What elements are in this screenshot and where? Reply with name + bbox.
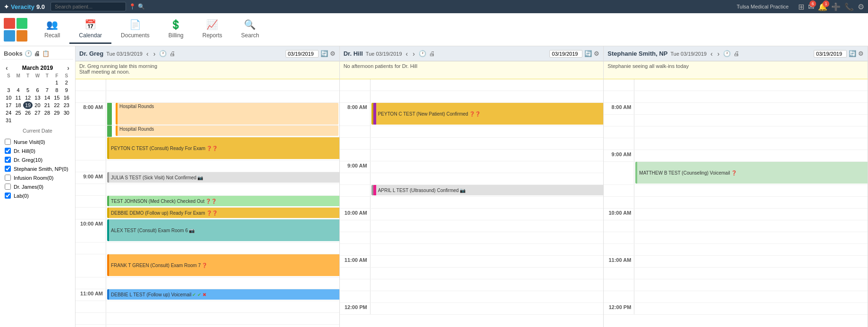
clock-icon-stephanie[interactable]: 🕐 [723,50,731,57]
appointment-area[interactable] [371,232,604,243]
cal-refresh-icon-dr_hill[interactable]: 🔄 [584,50,592,57]
clock-icon-dr_hill[interactable]: 🕐 [419,50,426,57]
cal-settings-icon-stephanie[interactable]: ⚙ [858,50,864,57]
cal-day-cell[interactable]: 7 [42,86,52,94]
appointment-area[interactable] [106,313,339,324]
appointment[interactable]: DEBBIE L TEST (Follow up) Voicemail ✔ ✔ … [107,289,339,300]
cal-day-cell[interactable]: 16 [62,94,71,101]
appointment-area[interactable] [106,160,339,172]
cal-day-cell[interactable]: 27 [33,109,42,117]
filter-stephanie[interactable]: Stephanie Smith, NP(0) [4,164,71,173]
cal-settings-icon-dr_hill[interactable]: ⚙ [594,50,599,57]
cal-day-cell[interactable]: 19 [23,101,33,109]
appointment[interactable]: TEST JOHNSON (Med Check) Checked Out ❓❓ [107,196,339,206]
filter-checkbox-lab[interactable] [5,193,11,199]
filter-checkbox-infusion[interactable] [5,175,11,181]
appointment-area[interactable] [634,244,868,255]
search-location-icon[interactable]: 📍 [129,3,136,10]
appointment-area[interactable] [634,185,868,196]
mini-cal-header[interactable]: ‹ March 2019 › [4,63,71,73]
clock-icon-dr_greg[interactable]: 🕐 [159,50,167,57]
appointment-area[interactable] [371,161,604,173]
cal-day-cell[interactable]: 9 [62,86,71,94]
filter-checkbox-dr_greg[interactable] [5,157,11,163]
appointment[interactable]: JULIA S TEST (Sick Visit) Not Confirmed … [107,172,339,183]
cal-day-cell[interactable]: 23 [62,101,71,109]
cal-day-cell[interactable]: 12 [23,94,33,101]
appointment-area[interactable] [371,173,604,184]
appointment-area[interactable] [634,232,868,243]
appointment-area[interactable] [371,91,604,102]
cal-day-cell[interactable]: 2 [62,79,71,86]
cal-day-cell[interactable]: 11 [13,94,23,101]
print-icon[interactable]: 🖨 [34,50,40,57]
nav-reports[interactable]: 📈 Reports [193,15,232,44]
appointment[interactable]: FRANK T GREEN (Consult) Exam Room 7 ❓ [107,254,339,276]
appointment-area[interactable] [106,184,339,195]
cal-prev-arrow[interactable]: ‹ [6,64,8,72]
appointment-area[interactable] [106,91,339,102]
appointment-area[interactable] [106,325,339,327]
appointment-area[interactable] [634,220,868,232]
appointment-area[interactable] [634,91,868,102]
cal-left-arrow-stephanie[interactable]: ‹ [709,50,714,58]
search-icon-top[interactable]: 🔍 [138,3,145,10]
appointment[interactable]: MATTHEW B TEST (Counseling) Voicemail ❓ [635,162,868,184]
appointment-area[interactable] [634,138,868,150]
appointment-area[interactable]: PEYTON C TEST (Consult) Ready For Exam ❓… [106,137,339,160]
appointment-area[interactable] [634,291,868,302]
messages-icon-wrapper[interactable]: ✉ 6 [808,2,814,11]
appointment-area[interactable]: PEYTON C TEST (New Patient) Confirmed ❓❓ [371,103,604,126]
appointment-area[interactable] [371,220,604,232]
nav-recall[interactable]: 👥 Recall [35,15,69,44]
appointment[interactable]: PEYTON C TEST (Consult) Ready For Exam ❓… [107,137,339,159]
appointment-area[interactable] [371,256,604,267]
filter-lab[interactable]: Lab(0) [4,191,71,200]
appointment-area[interactable] [634,150,868,161]
hospital-rounds-appt[interactable]: Hospital Rounds [116,126,338,136]
filter-dr_james[interactable]: Dr. James(0) [4,182,71,191]
cal-day-cell[interactable]: 6 [33,86,42,94]
appointment-area[interactable] [371,138,604,149]
date-input-dr_greg[interactable] [286,50,319,58]
appointment-area[interactable]: ALEX TEST (Consult) Exam Room 6 📷 [106,219,339,242]
filter-checkbox-dr_james[interactable] [5,184,11,190]
appointment-area[interactable]: DEBBIE L TEST (Follow up) Voicemail ✔ ✔ … [106,289,339,301]
nav-billing[interactable]: 💲 Billing [159,15,193,44]
phone-icon[interactable]: 📞 [844,2,854,11]
appointment-area[interactable] [371,150,604,161]
appointment[interactable]: APRIL L TEST (Ultrasound) Confirmed 📷 [371,185,604,195]
date-input-stephanie[interactable] [814,50,847,58]
cal-day-cell[interactable]: 30 [62,109,71,117]
grid-icon[interactable]: ⊞ [798,2,804,11]
cal-day-cell[interactable]: 5 [23,86,33,94]
filter-dr_greg[interactable]: Dr. Greg(10) [4,155,71,164]
cal-day-cell[interactable]: 25 [13,109,23,117]
appointment-area[interactable] [371,126,604,137]
appointment[interactable]: PEYTON C TEST (New Patient) Confirmed ❓❓ [371,103,604,125]
cal-day-cell[interactable]: 18 [13,101,23,109]
filter-checkbox-stephanie[interactable] [5,166,11,172]
appointment-area[interactable] [634,303,868,314]
appointment-area[interactable] [371,291,604,302]
clock-icon[interactable]: 🕐 [25,50,32,57]
nav-calendar[interactable]: 📅 Calendar [69,15,111,44]
print-icon-dr_greg[interactable]: 🖨 [169,50,176,57]
appointment-area[interactable] [634,256,868,267]
appointment-area[interactable] [106,243,339,254]
current-date-label[interactable]: Current Date [2,126,73,135]
cal-settings-icon-dr_greg[interactable]: ⚙ [330,50,336,57]
appointment-area[interactable] [106,277,339,289]
appointment-area[interactable]: JULIA S TEST (Sick Visit) Not Confirmed … [106,172,339,184]
filter-infusion[interactable]: Infusion Room(0) [4,173,71,182]
cal-day-cell[interactable]: 10 [4,94,13,101]
appointment-area[interactable]: FRANK T GREEN (Consult) Exam Room 7 ❓ [106,254,339,277]
cal-day-cell[interactable]: 24 [4,109,13,117]
appointment-area[interactable] [634,103,868,114]
cal-day-cell[interactable]: 21 [42,101,52,109]
filter-checkbox-dr_hill[interactable] [5,148,11,154]
appointment-area[interactable]: TEST JOHNSON (Med Check) Checked Out ❓❓ [106,196,339,207]
appointment-area[interactable]: Hospital Rounds [106,103,339,125]
print-icon-dr_hill[interactable]: 🖨 [429,50,435,57]
cal-day-cell[interactable]: 20 [33,101,42,109]
